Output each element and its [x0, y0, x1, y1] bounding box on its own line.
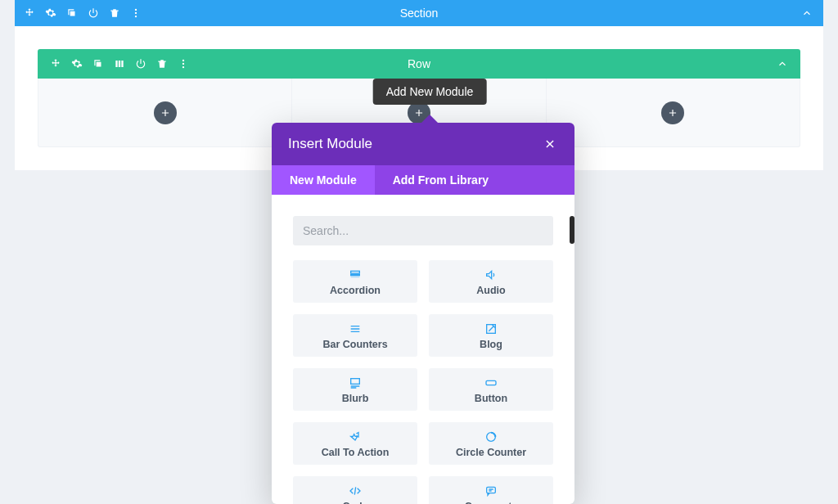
module-cta[interactable]: Call To Action [293, 422, 417, 465]
svg-point-2 [135, 16, 137, 17]
power-icon[interactable] [87, 7, 100, 20]
add-module-tooltip: Add New Module [373, 79, 487, 105]
module-label: Bar Counters [322, 339, 387, 350]
tab-new-module[interactable]: New Module [272, 165, 375, 195]
module-label: Code [342, 501, 367, 505]
search-input[interactable] [293, 216, 553, 245]
duplicate-icon[interactable] [65, 7, 79, 20]
module-code[interactable]: Code [293, 476, 417, 504]
tab-add-from-library[interactable]: Add From Library [375, 165, 507, 195]
gear-icon[interactable] [70, 57, 83, 70]
circle-icon [484, 430, 498, 444]
svg-point-1 [135, 12, 137, 14]
module-blog[interactable]: Blog [429, 314, 553, 357]
module-label: Circle Counter [456, 447, 526, 458]
move-icon[interactable] [23, 7, 36, 20]
blurb-icon [348, 376, 363, 390]
column-1 [38, 79, 292, 146]
gear-icon[interactable] [44, 7, 57, 20]
power-icon[interactable] [134, 57, 147, 70]
modal-title: Insert Module [288, 136, 372, 152]
svg-rect-8 [351, 277, 360, 277]
chevron-up-icon[interactable] [776, 57, 789, 70]
blog-icon [484, 322, 498, 336]
cta-icon [348, 430, 363, 444]
svg-point-3 [182, 60, 184, 61]
module-label: Comments [465, 501, 518, 505]
add-module-button[interactable] [661, 101, 684, 124]
audio-icon [484, 268, 498, 282]
module-label: Button [475, 393, 507, 404]
svg-point-0 [135, 9, 137, 11]
duplicate-icon[interactable] [92, 57, 105, 70]
more-icon[interactable] [129, 7, 142, 20]
modal-body: AccordionAudioBar CountersBlogBlurbButto… [272, 195, 574, 504]
module-audio[interactable]: Audio [429, 260, 553, 303]
code-icon [348, 484, 363, 498]
svg-rect-13 [487, 487, 496, 493]
module-button[interactable]: Button [429, 368, 553, 411]
module-accordion[interactable]: Accordion [293, 260, 417, 303]
trash-icon[interactable] [155, 57, 169, 70]
module-grid: AccordionAudioBar CountersBlogBlurbButto… [293, 260, 553, 504]
module-comments[interactable]: Comments [429, 476, 553, 504]
insert-module-modal: Insert Module New Module Add From Librar… [272, 123, 574, 504]
module-bars[interactable]: Bar Counters [293, 314, 417, 357]
module-label: Audio [476, 285, 505, 296]
svg-point-4 [182, 63, 184, 65]
svg-rect-11 [486, 380, 496, 385]
column-3 [547, 79, 800, 146]
modal-caret [421, 115, 438, 123]
button-icon [484, 376, 498, 390]
comments-icon [484, 484, 498, 498]
svg-rect-10 [351, 378, 360, 384]
trash-icon[interactable] [108, 7, 121, 20]
chevron-up-icon[interactable] [800, 7, 813, 20]
section-toolbar: Section [15, 0, 823, 26]
columns-icon[interactable] [113, 57, 126, 70]
more-icon[interactable] [177, 57, 190, 70]
svg-rect-7 [351, 274, 360, 275]
modal-tabs: New Module Add From Library [272, 165, 574, 195]
bars-icon [348, 322, 363, 336]
close-icon[interactable] [542, 136, 558, 152]
module-blurb[interactable]: Blurb [293, 368, 417, 411]
add-module-button[interactable] [154, 101, 177, 124]
accordion-icon [348, 268, 363, 282]
module-label: Call To Action [322, 447, 390, 458]
module-circle[interactable]: Circle Counter [429, 422, 553, 465]
module-label: Blurb [342, 393, 369, 404]
scrollbar[interactable] [570, 216, 574, 244]
svg-point-5 [182, 66, 184, 68]
svg-rect-6 [351, 271, 360, 273]
row-toolbar: Row [38, 49, 800, 79]
modal-header: Insert Module [272, 123, 574, 165]
module-label: Accordion [330, 285, 381, 296]
move-icon[interactable] [49, 57, 62, 70]
module-label: Blog [480, 339, 502, 350]
